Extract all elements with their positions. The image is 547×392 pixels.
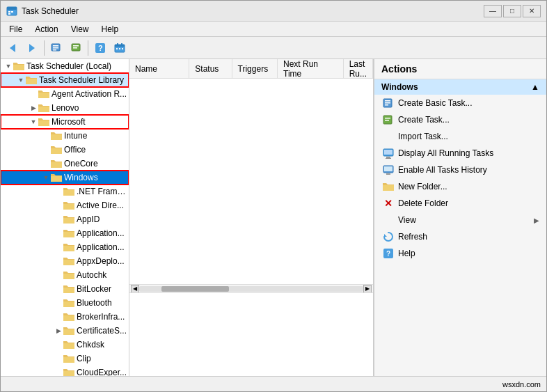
tree-task-scheduler-library[interactable]: ▼ Task Scheduler Library — [1, 73, 129, 87]
tree-certificates[interactable]: ▶ CertificateS... — [1, 324, 129, 338]
appxdeploy-folder-icon — [63, 256, 74, 267]
help-label: Help — [398, 249, 539, 258]
chkdsk-folder-icon — [63, 339, 74, 350]
col-header-name[interactable]: Name — [129, 59, 189, 78]
col-header-triggers[interactable]: Triggers — [232, 59, 278, 78]
delete-folder-label: Delete Folder — [398, 198, 539, 208]
scroll-right-btn[interactable]: ▶ — [363, 285, 372, 293]
display-running-icon — [383, 148, 394, 159]
new-folder-label: New Folder... — [398, 182, 539, 191]
tree-office[interactable]: ▶ Office — [1, 143, 129, 157]
actions-panel: Actions Windows ▲ Create Basic Task... — [374, 59, 546, 376]
activedir-folder-icon — [63, 200, 74, 211]
menu-file[interactable]: File — [3, 23, 28, 36]
action-help[interactable]: ? Help — [374, 245, 546, 262]
maximize-button[interactable]: □ — [503, 5, 521, 17]
expand-cert-icon: ▶ — [54, 326, 63, 336]
tree-lenovo[interactable]: ▶ Lenovo — [1, 101, 129, 115]
scroll-left-btn[interactable]: ◀ — [131, 285, 139, 293]
action-create-task[interactable]: Create Task... — [374, 111, 546, 128]
svg-rect-32 — [386, 158, 391, 159]
action-delete-folder[interactable]: ✕ Delete Folder — [374, 195, 546, 212]
tree-autochk-label: Autochk — [77, 270, 106, 280]
menu-action[interactable]: Action — [29, 23, 63, 36]
expand-library-icon: ▼ — [16, 75, 26, 85]
svg-rect-3 — [11, 11, 13, 13]
action-display-running-tasks[interactable]: Display All Running Tasks — [374, 145, 546, 162]
svg-rect-8 — [53, 45, 58, 47]
create-task-icon — [383, 114, 394, 125]
tree-bluetooth[interactable]: ▶ Bluetooth — [1, 296, 129, 310]
tree-chkdsk[interactable]: ▶ Chkdsk — [1, 338, 129, 352]
tree-application-2[interactable]: ▶ Application... — [1, 240, 129, 254]
col-header-status[interactable]: Status — [189, 59, 232, 78]
svg-rect-18 — [117, 43, 118, 46]
tree-clip[interactable]: ▶ Clip — [1, 352, 129, 366]
tree-onecore-label: OneCore — [64, 159, 98, 168]
tree-active-directory[interactable]: ▶ Active Dire... — [1, 198, 129, 212]
tree-intune[interactable]: ▶ Intune — [1, 129, 129, 143]
toolbar-help-button[interactable]: ? — [91, 39, 109, 57]
tree-bitlocker[interactable]: ▶ BitLocker — [1, 282, 129, 296]
middle-bottom-panel — [129, 292, 373, 376]
scrollbar-thumb[interactable] — [161, 286, 229, 292]
action-new-folder[interactable]: New Folder... — [374, 178, 546, 195]
actions-header: Actions — [374, 59, 546, 79]
toolbar-calendar-button[interactable] — [111, 39, 129, 57]
svg-rect-9 — [53, 47, 58, 49]
action-create-basic-task[interactable]: Create Basic Task... — [374, 95, 546, 111]
tree-app1-label: Application... — [77, 228, 125, 238]
tree-appxdeploy-label: AppxDeplo... — [77, 256, 125, 266]
tree-net-framework[interactable]: ▶ .NET Frame... — [1, 185, 129, 198]
tree-cert-label: CertificateS... — [77, 326, 127, 336]
tree-onecore[interactable]: ▶ OneCore — [1, 157, 129, 171]
tree-root[interactable]: ▼ Task Scheduler (Local) — [1, 59, 129, 73]
tree-microsoft[interactable]: ▼ Microsoft — [1, 115, 129, 129]
tree-lenovo-label: Lenovo — [51, 103, 79, 113]
tree-autochk[interactable]: ▶ Autochk — [1, 268, 129, 282]
action-enable-tasks-history[interactable]: Enable All Tasks History — [374, 162, 546, 178]
app-icon — [6, 6, 17, 17]
tree-windows[interactable]: ▼ Windows — [1, 171, 129, 185]
menu-view[interactable]: View — [65, 23, 95, 36]
list-content — [129, 79, 373, 284]
col-header-lastrun[interactable]: Last Ru... — [344, 59, 373, 78]
app2-folder-icon — [63, 242, 74, 253]
title-bar-left: Task Scheduler — [6, 6, 79, 17]
svg-rect-4 — [8, 13, 10, 15]
col-header-nextrun[interactable]: Next Run Time — [278, 59, 344, 78]
tree-agent-activation[interactable]: ▶ Agent Activation R... — [1, 87, 129, 101]
main-content: ▼ Task Scheduler (Local) ▼ — [1, 59, 546, 376]
toolbar-forward-button[interactable] — [23, 39, 41, 57]
tree-brokerinfra-label: BrokerInfra... — [77, 312, 125, 322]
tree-application-1[interactable]: ▶ Application... — [1, 226, 129, 240]
library-folder-icon — [26, 75, 37, 86]
action-refresh[interactable]: Refresh — [374, 228, 546, 245]
toolbar-btn-2[interactable] — [67, 39, 85, 57]
svg-rect-10 — [53, 49, 56, 51]
minimize-button[interactable]: — — [484, 5, 502, 17]
tree-office-label: Office — [64, 145, 86, 155]
window-title: Task Scheduler — [22, 6, 79, 16]
scrollbar-track[interactable] — [139, 286, 363, 292]
list-scrollbar[interactable]: ◀ ▶ — [129, 284, 373, 292]
action-view[interactable]: View ▶ — [374, 212, 546, 228]
svg-rect-36 — [386, 173, 390, 175]
toolbar-btn-1[interactable] — [47, 39, 65, 57]
svg-rect-35 — [384, 166, 393, 171]
office-folder-icon — [51, 144, 62, 155]
actions-section-windows[interactable]: Windows ▲ — [374, 79, 546, 95]
tree-bluetooth-label: Bluetooth — [77, 298, 112, 308]
menu-help[interactable]: Help — [96, 23, 125, 36]
tree-activedir-label: Active Dire... — [77, 201, 124, 210]
tree-cloudexper[interactable]: ▶ CloudExper... — [1, 366, 129, 376]
view-label: View — [398, 215, 530, 225]
toolbar-back-button[interactable] — [3, 39, 22, 57]
tree-appid[interactable]: ▶ AppID — [1, 212, 129, 226]
app1-folder-icon — [63, 228, 74, 239]
tree-net-label: .NET Frame... — [77, 187, 129, 196]
tree-appxdeploy[interactable]: ▶ AppxDeplo... — [1, 254, 129, 268]
close-button[interactable]: ✕ — [523, 5, 541, 17]
action-import-task[interactable]: Import Task... — [374, 128, 546, 145]
tree-brokerinfra[interactable]: ▶ BrokerInfra... — [1, 310, 129, 324]
